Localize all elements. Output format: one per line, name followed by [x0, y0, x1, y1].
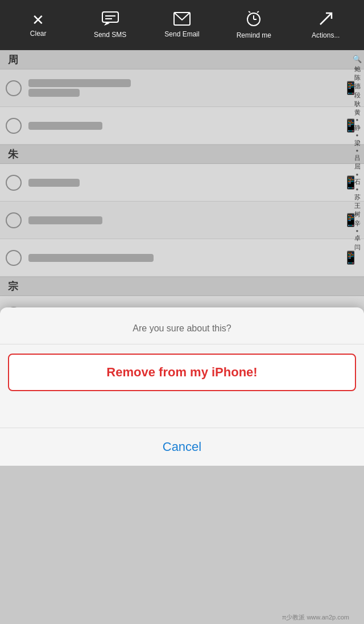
sidebar-dot: ●: [356, 187, 359, 192]
select-radio[interactable]: [6, 175, 22, 191]
remind-me-label: Remind me: [237, 31, 271, 39]
sidebar-index-item[interactable]: 耿: [354, 100, 361, 108]
remind-me-button[interactable]: Remind me: [231, 11, 276, 39]
contact-info: [28, 122, 336, 130]
sidebar-dot: ●: [356, 133, 359, 138]
contact-info: [28, 79, 336, 97]
send-email-label: Send Email: [164, 30, 199, 38]
search-icon: 🔍: [353, 55, 362, 63]
select-radio[interactable]: [6, 212, 22, 228]
svg-line-8: [249, 11, 250, 13]
sidebar-index-item[interactable]: 辛: [354, 220, 361, 227]
sidebar-index-item[interactable]: 梁: [354, 139, 361, 147]
sms-icon: [102, 11, 119, 28]
table-row[interactable]: 📱: [0, 202, 364, 239]
contact-name-blur: [28, 254, 154, 262]
table-row[interactable]: 📱: [0, 69, 364, 107]
sidebar-index-item[interactable]: 黄: [354, 109, 361, 116]
select-radio[interactable]: [6, 250, 22, 266]
actions-label: Actions...: [312, 31, 340, 39]
dialog-overlay: Are you sure about this? Remove from my …: [0, 307, 364, 466]
sidebar-index-item[interactable]: 苏: [354, 194, 361, 201]
sidebar-dot: ●: [356, 172, 359, 178]
cancel-button[interactable]: Cancel: [0, 428, 364, 466]
send-email-button[interactable]: Send Email: [159, 12, 205, 38]
contact-name-blur: [28, 179, 80, 187]
contacts-list-area: 周 📱 📱 朱 📱 📱 📱 宗: [0, 50, 364, 466]
sidebar-index-item[interactable]: 闫: [354, 244, 361, 251]
svg-rect-0: [102, 12, 118, 22]
contact-name-blur: [28, 122, 102, 130]
section-header-zhu: 朱: [0, 145, 364, 164]
select-radio[interactable]: [6, 80, 22, 96]
watermark: π少教派 www.an2p.com: [282, 613, 349, 622]
confirmation-dialog: Are you sure about this? Remove from my …: [0, 307, 364, 466]
sidebar-index-item[interactable]: 静: [354, 124, 361, 132]
actions-button[interactable]: Actions...: [303, 11, 349, 39]
clear-button[interactable]: ✕ Clear: [15, 13, 61, 38]
send-sms-label: Send SMS: [94, 31, 126, 39]
actions-icon: [318, 11, 334, 29]
remove-button[interactable]: Remove from my iPhone!: [8, 354, 356, 391]
sidebar-index-item[interactable]: 陈: [354, 74, 361, 81]
send-sms-button[interactable]: Send SMS: [88, 11, 133, 39]
sidebar-index-item[interactable]: 鲍: [354, 65, 361, 73]
svg-line-9: [257, 11, 259, 13]
sidebar-index-item[interactable]: 德: [354, 83, 361, 90]
contact-info: [28, 254, 336, 262]
contact-detail-blur: [28, 89, 80, 97]
contact-name-blur: [28, 79, 131, 87]
clear-icon: ✕: [32, 13, 44, 27]
table-row[interactable]: 📱: [0, 239, 364, 277]
sidebar-index-item[interactable]: 屈: [354, 163, 361, 170]
table-row[interactable]: 📱: [0, 164, 364, 202]
remind-icon: [246, 11, 262, 29]
section-header-zong: 宗: [0, 277, 364, 296]
table-row[interactable]: 📱: [0, 107, 364, 145]
sidebar-dot: ●: [356, 117, 359, 123]
sidebar-index-item[interactable]: 吕: [354, 154, 361, 162]
dialog-question-text: Are you sure about this?: [0, 307, 364, 344]
svg-line-10: [320, 13, 332, 24]
sidebar-dot: ●: [356, 148, 359, 154]
sidebar-index-item[interactable]: 卓: [354, 235, 361, 242]
email-icon: [173, 12, 191, 28]
sidebar-dot: ●: [356, 228, 359, 234]
toolbar: ✕ Clear Send SMS Send Email: [0, 0, 364, 50]
contact-info: [28, 179, 336, 187]
contact-info: [28, 216, 336, 224]
sidebar-index-item[interactable]: 段: [354, 92, 361, 99]
sidebar-index-item[interactable]: 王: [354, 202, 361, 210]
sidebar-index-item[interactable]: 石: [354, 178, 361, 186]
sidebar-index-item[interactable]: 树: [354, 211, 361, 218]
select-radio[interactable]: [6, 118, 22, 134]
contact-name-blur: [28, 216, 102, 224]
section-header-zhou: 周: [0, 50, 364, 69]
clear-label: Clear: [30, 30, 47, 38]
